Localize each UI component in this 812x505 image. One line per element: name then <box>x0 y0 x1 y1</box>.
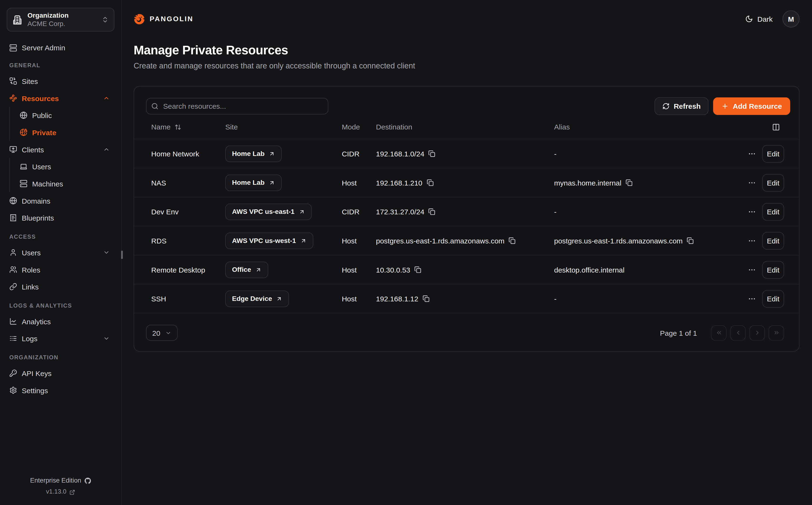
sidebar-resize-handle[interactable] <box>121 250 123 259</box>
copy-icon <box>422 295 429 302</box>
column-header-destination: Destination <box>371 123 549 131</box>
sidebar-item-client-users[interactable]: Users <box>10 158 121 175</box>
site-link[interactable]: Home Lab <box>225 145 281 162</box>
edit-button[interactable]: Edit <box>762 145 784 162</box>
add-resource-button[interactable]: Add Resource <box>713 97 790 115</box>
edition-line[interactable]: Enterprise Edition <box>0 475 121 487</box>
table-row: Home Network Home Lab CIDR 192.168.1.0/2… <box>134 139 799 168</box>
card-toolbar: Refresh Add Resource <box>134 87 799 115</box>
resource-name: SSH <box>146 295 220 303</box>
arrow-up-right-icon <box>269 150 275 157</box>
version-line[interactable]: v1.13.0 <box>0 487 121 498</box>
sidebar-item-label: Users <box>22 248 40 257</box>
columns-toggle-icon[interactable] <box>772 123 780 131</box>
sidebar-item-clients[interactable]: Clients <box>0 141 121 158</box>
chevron-right-icon <box>754 330 761 336</box>
copy-destination-button[interactable] <box>428 150 435 157</box>
sidebar-item-logs[interactable]: Logs <box>0 330 121 347</box>
sidebar-item-server-admin[interactable]: Server Admin <box>0 40 121 55</box>
section-label-organization: ORGANIZATION <box>0 354 121 360</box>
sidebar-item-sites[interactable]: Sites <box>0 72 121 90</box>
copy-alias-button[interactable] <box>626 179 632 186</box>
site-link[interactable]: Home Lab <box>225 174 281 191</box>
next-page-button[interactable] <box>749 325 765 340</box>
first-page-button[interactable] <box>711 325 727 340</box>
table-row: SSH Edge Device Host 192.168.1.12 - Edit <box>134 285 799 314</box>
column-header-mode: Mode <box>337 123 371 131</box>
sidebar-nav: Server Admin GENERAL Sites Resources Pub… <box>0 32 121 470</box>
edit-button[interactable]: Edit <box>762 232 784 249</box>
sidebar-item-roles[interactable]: Roles <box>0 261 121 278</box>
site-link[interactable]: AWS VPC us-east-1 <box>225 203 312 220</box>
row-menu-button[interactable] <box>747 264 757 276</box>
sidebar-item-resources[interactable]: Resources <box>0 90 121 107</box>
resource-mode: Host <box>337 178 371 187</box>
page-subtitle: Create and manage resources that are onl… <box>134 61 799 70</box>
previous-page-button[interactable] <box>730 325 746 340</box>
table-row: Remote Desktop Office Host 10.30.0.53 de… <box>134 256 799 285</box>
section-label-access: ACCESS <box>0 234 121 240</box>
sidebar-item-users[interactable]: Users <box>0 244 121 261</box>
link-icon <box>9 283 17 291</box>
moon-icon <box>746 15 753 23</box>
edit-button[interactable]: Edit <box>762 261 784 279</box>
arrow-up-right-icon <box>299 208 305 214</box>
chevron-down-icon <box>103 249 110 256</box>
row-menu-button[interactable] <box>747 292 757 305</box>
sidebar-item-machines[interactable]: Machines <box>10 175 121 192</box>
server-icon <box>9 44 17 52</box>
sidebar-item-api-keys[interactable]: API Keys <box>0 365 121 382</box>
edition-label: Enterprise Edition <box>30 475 81 487</box>
site-link[interactable]: Edge Device <box>225 291 289 307</box>
sidebar-item-label: Settings <box>22 386 48 394</box>
gear-icon <box>9 386 17 394</box>
row-menu-button[interactable] <box>747 147 757 160</box>
row-menu-button[interactable] <box>747 176 757 189</box>
chevron-up-icon <box>103 146 110 153</box>
copy-destination-button[interactable] <box>422 295 429 302</box>
resource-alias: - <box>549 207 742 216</box>
edit-button[interactable]: Edit <box>762 203 784 220</box>
copy-destination-button[interactable] <box>428 208 435 215</box>
logs-icon <box>9 335 17 342</box>
copy-alias-button[interactable] <box>687 237 694 244</box>
edit-button[interactable]: Edit <box>762 290 784 307</box>
sidebar-item-links[interactable]: Links <box>0 278 121 295</box>
last-page-button[interactable] <box>769 325 784 340</box>
key-icon <box>9 369 17 377</box>
page-size-select[interactable]: 20 <box>146 325 178 341</box>
resource-destination: postgres.us-east-1.rds.amazonaws.com <box>371 236 549 245</box>
sidebar-item-public[interactable]: Public <box>10 107 121 124</box>
sidebar-item-domains[interactable]: Domains <box>0 192 121 209</box>
resources-subgroup: Public Private <box>9 107 121 141</box>
resource-name: NAS <box>146 178 220 187</box>
edit-button[interactable]: Edit <box>762 174 784 191</box>
row-menu-button[interactable] <box>747 234 757 247</box>
resource-alias: mynas.home.internal <box>549 178 742 187</box>
theme-toggle[interactable]: Dark <box>746 15 773 23</box>
sidebar-item-settings[interactable]: Settings <box>0 382 121 399</box>
laptop-icon <box>20 163 28 170</box>
avatar[interactable]: M <box>782 10 800 27</box>
sidebar-item-label: Roles <box>22 266 40 274</box>
ellipsis-icon <box>748 178 756 187</box>
site-link[interactable]: Office <box>225 261 268 278</box>
external-link-icon <box>69 489 75 495</box>
page-size-value: 20 <box>152 329 161 337</box>
refresh-button[interactable]: Refresh <box>655 97 708 115</box>
sidebar-item-analytics[interactable]: Analytics <box>0 313 121 330</box>
org-switcher[interactable]: Organization ACME Corp. <box>7 8 115 32</box>
search-input[interactable] <box>146 98 329 115</box>
table-row: Dev Env AWS VPC us-east-1 CIDR 172.31.27… <box>134 197 799 226</box>
row-menu-button[interactable] <box>747 205 757 218</box>
resources-card: Refresh Add Resource Name Site Mode Dest… <box>134 86 799 352</box>
sidebar-item-private[interactable]: Private <box>10 124 121 141</box>
column-header-name[interactable]: Name <box>146 123 220 131</box>
copy-destination-button[interactable] <box>509 237 516 244</box>
site-link[interactable]: AWS VPC us-west-1 <box>225 232 313 249</box>
resource-destination: 192.168.1.0/24 <box>371 150 549 158</box>
chevron-up-icon <box>103 95 110 102</box>
sidebar-item-blueprints[interactable]: Blueprints <box>0 209 121 226</box>
copy-destination-button[interactable] <box>426 179 433 186</box>
copy-destination-button[interactable] <box>414 266 421 273</box>
